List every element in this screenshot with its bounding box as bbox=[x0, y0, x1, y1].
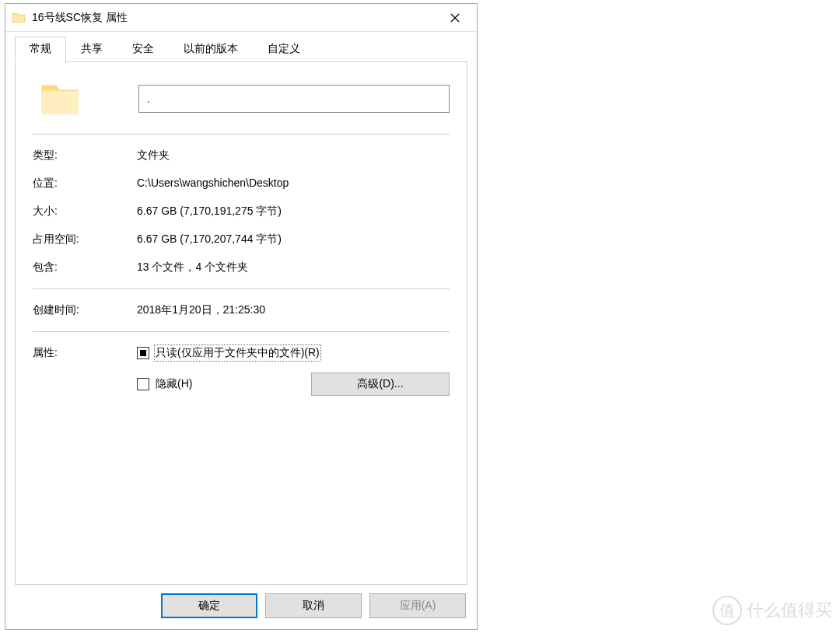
folder-icon bbox=[12, 11, 26, 25]
contains-label: 包含: bbox=[33, 261, 137, 275]
watermark-badge: 值 bbox=[712, 596, 742, 625]
hidden-checkbox-row[interactable]: 隐藏(H) bbox=[137, 377, 192, 391]
readonly-label: 只读(仅应用于文件夹中的文件)(R) bbox=[156, 346, 320, 360]
readonly-checkbox[interactable] bbox=[137, 347, 149, 359]
row-size-on-disk: 占用空间: 6.67 GB (7,170,207,744 字节) bbox=[33, 233, 450, 247]
row-created: 创建时间: 2018年1月20日，21:25:30 bbox=[33, 303, 450, 317]
tabs: 常规 共享 安全 以前的版本 自定义 bbox=[15, 37, 467, 62]
titlebar: 16号线SC恢复 属性 bbox=[5, 4, 477, 32]
type-value: 文件夹 bbox=[137, 149, 450, 163]
attributes-controls: 只读(仅应用于文件夹中的文件)(R) 隐藏(H) 高级(D)... bbox=[137, 346, 450, 396]
attributes-section: 属性: 只读(仅应用于文件夹中的文件)(R) 隐藏(H) 高级(D)... bbox=[33, 346, 450, 396]
folder-large-icon bbox=[39, 78, 81, 120]
window-title: 16号线SC恢复 属性 bbox=[32, 11, 433, 25]
cancel-button[interactable]: 取消 bbox=[265, 593, 362, 618]
folder-name-input[interactable] bbox=[138, 85, 450, 113]
button-bar: 确定 取消 应用(A) bbox=[5, 586, 477, 629]
tab-panel-general: 类型: 文件夹 位置: C:\Users\wangshichen\Desktop… bbox=[15, 61, 467, 585]
attributes-label: 属性: bbox=[33, 346, 137, 396]
icon-name-row bbox=[33, 78, 450, 120]
hidden-label: 隐藏(H) bbox=[156, 377, 192, 391]
separator bbox=[33, 331, 450, 332]
ok-button[interactable]: 确定 bbox=[161, 593, 257, 618]
tab-share[interactable]: 共享 bbox=[66, 37, 117, 62]
contains-value: 13 个文件，4 个文件夹 bbox=[137, 261, 450, 275]
properties-dialog: 16号线SC恢复 属性 常规 共享 安全 以前的版本 自定义 bbox=[5, 3, 478, 630]
apply-button[interactable]: 应用(A) bbox=[369, 593, 466, 618]
watermark: 值 什么值得买 bbox=[712, 596, 832, 625]
tabs-container: 常规 共享 安全 以前的版本 自定义 bbox=[5, 32, 477, 62]
sizeon-value: 6.67 GB (7,170,207,744 字节) bbox=[137, 233, 450, 247]
separator bbox=[33, 134, 450, 135]
hidden-checkbox[interactable] bbox=[137, 378, 149, 390]
row-location: 位置: C:\Users\wangshichen\Desktop bbox=[33, 177, 450, 191]
location-label: 位置: bbox=[33, 177, 137, 191]
location-value: C:\Users\wangshichen\Desktop bbox=[137, 177, 450, 191]
tab-previous-versions[interactable]: 以前的版本 bbox=[169, 37, 253, 62]
tab-general[interactable]: 常规 bbox=[15, 37, 66, 63]
size-value: 6.67 GB (7,170,191,275 字节) bbox=[137, 205, 450, 219]
type-label: 类型: bbox=[33, 149, 137, 163]
close-button[interactable] bbox=[433, 4, 477, 32]
tab-security[interactable]: 安全 bbox=[117, 37, 169, 62]
tab-custom[interactable]: 自定义 bbox=[253, 37, 315, 62]
watermark-text: 什么值得买 bbox=[747, 599, 832, 622]
advanced-button[interactable]: 高级(D)... bbox=[311, 372, 450, 396]
row-size: 大小: 6.67 GB (7,170,191,275 字节) bbox=[33, 205, 450, 219]
row-type: 类型: 文件夹 bbox=[33, 149, 450, 163]
readonly-checkbox-row[interactable]: 只读(仅应用于文件夹中的文件)(R) bbox=[137, 346, 450, 360]
size-label: 大小: bbox=[33, 205, 137, 219]
row-contains: 包含: 13 个文件，4 个文件夹 bbox=[33, 261, 450, 275]
created-value: 2018年1月20日，21:25:30 bbox=[137, 303, 450, 317]
created-label: 创建时间: bbox=[33, 303, 137, 317]
sizeon-label: 占用空间: bbox=[33, 233, 137, 247]
separator bbox=[33, 289, 450, 289]
